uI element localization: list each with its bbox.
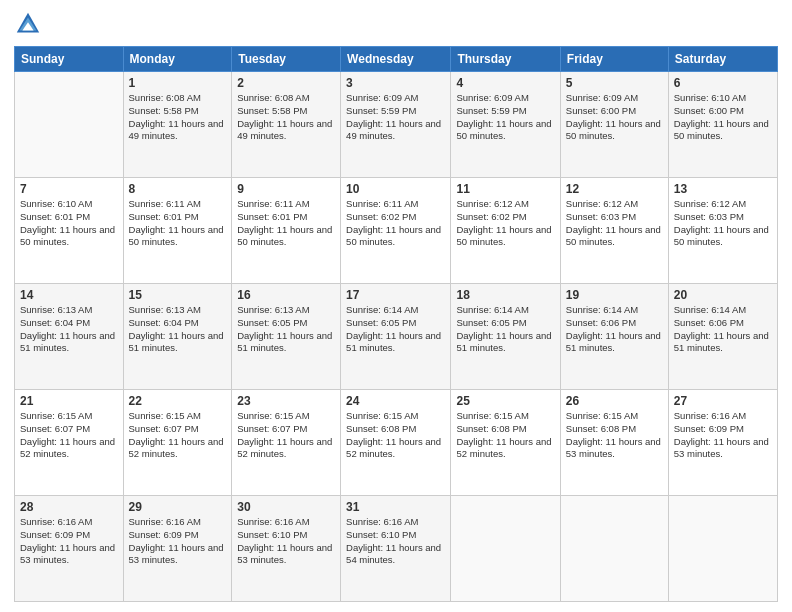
day-number: 3 [346,76,445,90]
week-row-4: 28Sunrise: 6:16 AM Sunset: 6:09 PM Dayli… [15,496,778,602]
calendar-cell: 15Sunrise: 6:13 AM Sunset: 6:04 PM Dayli… [123,284,232,390]
day-number: 13 [674,182,772,196]
day-number: 6 [674,76,772,90]
day-number: 18 [456,288,554,302]
week-row-0: 1Sunrise: 6:08 AM Sunset: 5:58 PM Daylig… [15,72,778,178]
page: SundayMondayTuesdayWednesdayThursdayFrid… [0,0,792,612]
day-number: 20 [674,288,772,302]
day-number: 17 [346,288,445,302]
calendar-cell: 31Sunrise: 6:16 AM Sunset: 6:10 PM Dayli… [341,496,451,602]
calendar-cell: 7Sunrise: 6:10 AM Sunset: 6:01 PM Daylig… [15,178,124,284]
day-number: 11 [456,182,554,196]
calendar-cell: 11Sunrise: 6:12 AM Sunset: 6:02 PM Dayli… [451,178,560,284]
day-info: Sunrise: 6:14 AM Sunset: 6:06 PM Dayligh… [674,304,772,355]
day-info: Sunrise: 6:15 AM Sunset: 6:07 PM Dayligh… [20,410,118,461]
calendar-cell: 30Sunrise: 6:16 AM Sunset: 6:10 PM Dayli… [232,496,341,602]
day-number: 26 [566,394,663,408]
day-info: Sunrise: 6:16 AM Sunset: 6:09 PM Dayligh… [129,516,227,567]
day-number: 10 [346,182,445,196]
calendar-cell: 5Sunrise: 6:09 AM Sunset: 6:00 PM Daylig… [560,72,668,178]
day-info: Sunrise: 6:08 AM Sunset: 5:58 PM Dayligh… [129,92,227,143]
day-number: 14 [20,288,118,302]
calendar-cell: 22Sunrise: 6:15 AM Sunset: 6:07 PM Dayli… [123,390,232,496]
calendar-cell: 16Sunrise: 6:13 AM Sunset: 6:05 PM Dayli… [232,284,341,390]
day-info: Sunrise: 6:09 AM Sunset: 5:59 PM Dayligh… [456,92,554,143]
calendar-cell: 26Sunrise: 6:15 AM Sunset: 6:08 PM Dayli… [560,390,668,496]
day-number: 21 [20,394,118,408]
day-info: Sunrise: 6:15 AM Sunset: 6:08 PM Dayligh… [456,410,554,461]
day-info: Sunrise: 6:16 AM Sunset: 6:10 PM Dayligh… [237,516,335,567]
day-number: 19 [566,288,663,302]
day-number: 16 [237,288,335,302]
calendar-cell: 23Sunrise: 6:15 AM Sunset: 6:07 PM Dayli… [232,390,341,496]
day-header-saturday: Saturday [668,47,777,72]
day-info: Sunrise: 6:13 AM Sunset: 6:04 PM Dayligh… [129,304,227,355]
day-number: 4 [456,76,554,90]
day-header-monday: Monday [123,47,232,72]
day-info: Sunrise: 6:16 AM Sunset: 6:09 PM Dayligh… [674,410,772,461]
calendar-cell: 1Sunrise: 6:08 AM Sunset: 5:58 PM Daylig… [123,72,232,178]
logo [14,10,46,38]
calendar-cell: 12Sunrise: 6:12 AM Sunset: 6:03 PM Dayli… [560,178,668,284]
day-number: 25 [456,394,554,408]
day-info: Sunrise: 6:12 AM Sunset: 6:03 PM Dayligh… [566,198,663,249]
day-info: Sunrise: 6:16 AM Sunset: 6:10 PM Dayligh… [346,516,445,567]
calendar-cell: 6Sunrise: 6:10 AM Sunset: 6:00 PM Daylig… [668,72,777,178]
day-header-friday: Friday [560,47,668,72]
day-info: Sunrise: 6:15 AM Sunset: 6:08 PM Dayligh… [346,410,445,461]
calendar-cell: 3Sunrise: 6:09 AM Sunset: 5:59 PM Daylig… [341,72,451,178]
header [14,10,778,38]
calendar-cell: 8Sunrise: 6:11 AM Sunset: 6:01 PM Daylig… [123,178,232,284]
day-number: 28 [20,500,118,514]
calendar-cell: 13Sunrise: 6:12 AM Sunset: 6:03 PM Dayli… [668,178,777,284]
calendar-cell: 24Sunrise: 6:15 AM Sunset: 6:08 PM Dayli… [341,390,451,496]
calendar-cell: 4Sunrise: 6:09 AM Sunset: 5:59 PM Daylig… [451,72,560,178]
day-info: Sunrise: 6:15 AM Sunset: 6:07 PM Dayligh… [237,410,335,461]
day-number: 22 [129,394,227,408]
day-info: Sunrise: 6:14 AM Sunset: 6:05 PM Dayligh… [456,304,554,355]
day-number: 2 [237,76,335,90]
calendar-cell: 18Sunrise: 6:14 AM Sunset: 6:05 PM Dayli… [451,284,560,390]
calendar-cell: 17Sunrise: 6:14 AM Sunset: 6:05 PM Dayli… [341,284,451,390]
calendar-cell: 9Sunrise: 6:11 AM Sunset: 6:01 PM Daylig… [232,178,341,284]
day-info: Sunrise: 6:14 AM Sunset: 6:06 PM Dayligh… [566,304,663,355]
day-header-sunday: Sunday [15,47,124,72]
day-number: 24 [346,394,445,408]
day-number: 31 [346,500,445,514]
calendar-cell: 14Sunrise: 6:13 AM Sunset: 6:04 PM Dayli… [15,284,124,390]
calendar-cell: 20Sunrise: 6:14 AM Sunset: 6:06 PM Dayli… [668,284,777,390]
day-number: 15 [129,288,227,302]
calendar-cell: 28Sunrise: 6:16 AM Sunset: 6:09 PM Dayli… [15,496,124,602]
day-info: Sunrise: 6:09 AM Sunset: 6:00 PM Dayligh… [566,92,663,143]
day-info: Sunrise: 6:11 AM Sunset: 6:02 PM Dayligh… [346,198,445,249]
calendar-cell [668,496,777,602]
day-info: Sunrise: 6:13 AM Sunset: 6:05 PM Dayligh… [237,304,335,355]
day-number: 23 [237,394,335,408]
day-info: Sunrise: 6:16 AM Sunset: 6:09 PM Dayligh… [20,516,118,567]
day-info: Sunrise: 6:11 AM Sunset: 6:01 PM Dayligh… [129,198,227,249]
logo-icon [14,10,42,38]
day-number: 29 [129,500,227,514]
week-row-2: 14Sunrise: 6:13 AM Sunset: 6:04 PM Dayli… [15,284,778,390]
day-number: 1 [129,76,227,90]
day-info: Sunrise: 6:11 AM Sunset: 6:01 PM Dayligh… [237,198,335,249]
calendar-header: SundayMondayTuesdayWednesdayThursdayFrid… [15,47,778,72]
day-number: 8 [129,182,227,196]
day-header-thursday: Thursday [451,47,560,72]
day-info: Sunrise: 6:09 AM Sunset: 5:59 PM Dayligh… [346,92,445,143]
calendar-cell [451,496,560,602]
day-info: Sunrise: 6:12 AM Sunset: 6:03 PM Dayligh… [674,198,772,249]
day-info: Sunrise: 6:10 AM Sunset: 6:01 PM Dayligh… [20,198,118,249]
calendar-table: SundayMondayTuesdayWednesdayThursdayFrid… [14,46,778,602]
calendar-cell: 19Sunrise: 6:14 AM Sunset: 6:06 PM Dayli… [560,284,668,390]
calendar-cell: 21Sunrise: 6:15 AM Sunset: 6:07 PM Dayli… [15,390,124,496]
day-number: 5 [566,76,663,90]
day-info: Sunrise: 6:08 AM Sunset: 5:58 PM Dayligh… [237,92,335,143]
day-info: Sunrise: 6:10 AM Sunset: 6:00 PM Dayligh… [674,92,772,143]
day-number: 30 [237,500,335,514]
day-number: 12 [566,182,663,196]
day-info: Sunrise: 6:15 AM Sunset: 6:08 PM Dayligh… [566,410,663,461]
calendar-cell: 10Sunrise: 6:11 AM Sunset: 6:02 PM Dayli… [341,178,451,284]
day-number: 7 [20,182,118,196]
day-info: Sunrise: 6:14 AM Sunset: 6:05 PM Dayligh… [346,304,445,355]
